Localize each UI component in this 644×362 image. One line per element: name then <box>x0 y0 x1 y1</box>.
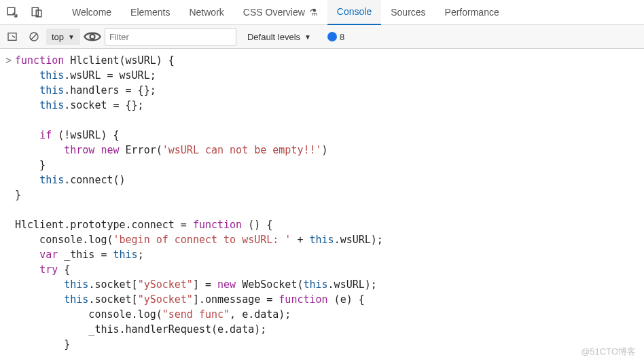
code-line: Hlclient.prototype.connect = function ()… <box>5 217 644 232</box>
code-line: } <box>5 158 644 173</box>
code-line: this.socket["ySocket"].onmessage = funct… <box>5 292 644 307</box>
code-line: console.log("send func", e.data); <box>5 307 644 322</box>
gutter <box>5 158 15 173</box>
code-line: if (!wsURL) { <box>5 128 644 143</box>
gutter <box>5 337 15 352</box>
gutter <box>5 143 15 158</box>
gutter <box>5 217 15 232</box>
context-selector[interactable]: top ▼ <box>46 29 80 45</box>
tab-bar: WelcomeElementsNetworkCSS Overview⚗Conso… <box>0 0 644 25</box>
tab-label: Network <box>189 7 223 18</box>
code-line <box>5 202 644 217</box>
gutter <box>5 307 15 322</box>
gutter <box>5 68 15 83</box>
gutter <box>5 83 15 98</box>
tab-label: Sources <box>391 7 425 18</box>
tab-label: Performance <box>445 7 499 18</box>
code-line: _this.handlerRequest(e.data); <box>5 322 644 337</box>
device-toolbar-icon[interactable] <box>24 0 49 24</box>
svg-rect-1 <box>32 7 38 16</box>
flask-icon: ⚗ <box>309 7 318 18</box>
code-line: this.socket = {}; <box>5 98 644 113</box>
gutter: > <box>5 53 15 68</box>
tab-label: CSS Overview <box>243 7 305 18</box>
gutter <box>5 322 15 337</box>
code-line: try { <box>5 262 644 277</box>
filter-box <box>105 28 227 46</box>
gutter <box>5 113 15 128</box>
inspect-element-icon[interactable] <box>0 0 24 24</box>
code-line: >function Hlclient(wsURL) { <box>5 53 644 68</box>
gutter <box>5 232 15 247</box>
levels-label: Default levels <box>247 32 300 42</box>
clear-console-icon[interactable] <box>24 27 43 46</box>
code-line <box>5 113 644 128</box>
code-line: this.connect() <box>5 173 644 187</box>
filter-input[interactable] <box>105 28 236 46</box>
gutter <box>5 292 15 307</box>
caret-down-icon: ▼ <box>68 33 75 41</box>
console-toolbar: top ▼ Default levels ▼ 8 <box>0 25 644 49</box>
tab-performance[interactable]: Performance <box>435 0 509 24</box>
info-dot-icon <box>327 32 337 41</box>
tab-label: Elements <box>130 7 170 18</box>
svg-rect-3 <box>8 33 16 41</box>
devtools-tabs: WelcomeElementsNetworkCSS Overview⚗Conso… <box>62 0 509 24</box>
code-line: console.log('begin of connect to wsURL: … <box>5 232 644 247</box>
watermark: @51CTO博客 <box>581 346 636 358</box>
code-line: var _this = this; <box>5 247 644 262</box>
issue-count[interactable]: 8 <box>321 32 351 42</box>
svg-line-5 <box>31 33 37 39</box>
toggle-sidebar-icon[interactable] <box>3 27 22 46</box>
gutter <box>5 173 15 187</box>
tab-sources[interactable]: Sources <box>381 0 435 24</box>
gutter <box>5 98 15 113</box>
issue-count-value: 8 <box>340 32 344 42</box>
code-line: this.socket["ySocket"] = new WebSocket(t… <box>5 277 644 292</box>
gutter <box>5 202 15 217</box>
tab-welcome[interactable]: Welcome <box>62 0 121 24</box>
gutter <box>5 187 15 202</box>
tab-console[interactable]: Console <box>327 0 381 25</box>
gutter <box>5 262 15 277</box>
caret-down-icon: ▼ <box>304 33 311 41</box>
gutter <box>5 277 15 292</box>
tab-label: Welcome <box>72 7 111 18</box>
code-line: } <box>5 337 644 352</box>
code-line: this.handlers = {}; <box>5 83 644 98</box>
gutter <box>5 247 15 262</box>
tab-elements[interactable]: Elements <box>121 0 179 24</box>
log-levels-selector[interactable]: Default levels ▼ <box>240 32 318 42</box>
tab-css-overview[interactable]: CSS Overview⚗ <box>234 0 327 24</box>
code-line: } <box>5 187 644 202</box>
gutter <box>5 128 15 143</box>
code-line: throw new Error('wsURL can not be empty!… <box>5 143 644 158</box>
tab-network[interactable]: Network <box>179 0 233 24</box>
tab-label: Console <box>337 6 372 17</box>
console-code: >function Hlclient(wsURL) { this.wsURL =… <box>0 49 644 352</box>
live-expression-icon[interactable] <box>83 27 102 46</box>
context-label: top <box>52 32 64 42</box>
code-line: this.wsURL = wsURL; <box>5 68 644 83</box>
svg-point-6 <box>90 35 94 39</box>
